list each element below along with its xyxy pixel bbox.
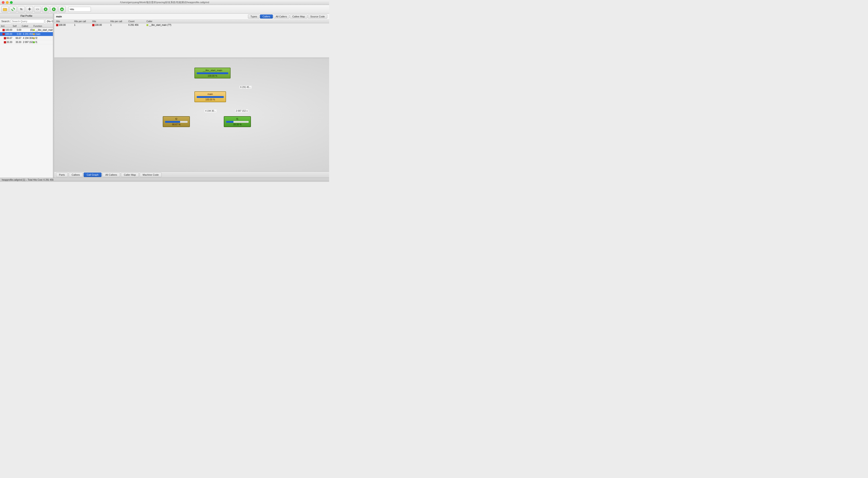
graph-node-f1[interactable]: f1 33.33 % <box>224 116 251 127</box>
diff-button[interactable]: <> <box>34 6 41 12</box>
row-func: __libc_start_main <box>33 29 53 31</box>
graph-node-f2[interactable]: f2 66.67 % <box>163 116 190 127</box>
callers-col-header-2: Hits <box>92 20 110 23</box>
row-incl: 33.33 <box>1 41 12 43</box>
func-color-icon <box>33 29 35 31</box>
tab-callee-map[interactable]: Callee Map <box>290 14 307 19</box>
callers-row[interactable]: 100.00 1 100.00 1 6 291 456 __libc_start… <box>54 23 329 27</box>
node-progress-bg <box>197 96 224 98</box>
caller-count: 6 291 456 <box>128 24 147 26</box>
graph-svg <box>54 59 122 92</box>
search-bar: Search: (No Grouping) <box>0 18 53 24</box>
node-progress-bg <box>226 121 249 123</box>
row-func: f1 <box>33 41 52 43</box>
row-called: (0) <box>21 29 33 31</box>
back-button[interactable] <box>42 6 49 12</box>
percent-button[interactable]: % <box>18 6 25 12</box>
main-layout: Flat Profile Search: (No Grouping) Incl.… <box>0 13 329 178</box>
forward-button[interactable] <box>50 6 57 12</box>
col-func-header: Function <box>33 25 52 27</box>
row-self: 66.67 <box>12 37 21 39</box>
edge-label-1: 4 194 30... <box>205 110 217 112</box>
graph-node-libc[interactable]: __libc_start_main 100.00 % <box>194 68 230 79</box>
minimize-button[interactable] <box>6 1 8 4</box>
table-row[interactable]: 33.33 33.33 2 097 152 f1 <box>0 40 53 44</box>
table-row[interactable]: 100.00 0.00 (0) __libc_start_main <box>0 28 53 32</box>
add-button[interactable]: ✚ <box>26 6 33 12</box>
caller-hpc: 1 <box>74 24 92 26</box>
node-label: __libc_start_main <box>197 69 228 72</box>
bottom-tab-bar[interactable]: PartsCalleesCall GraphAll CalleesCaller … <box>54 171 329 178</box>
node-progress-bar <box>226 121 234 123</box>
caller-name: __libc_start_main (??) <box>147 24 327 26</box>
node-pct: 66.67 % <box>165 123 188 126</box>
hits-selector-container[interactable]: Hits <box>68 7 91 12</box>
edge-label-0: 6 291 45... <box>240 86 252 89</box>
reload-button[interactable] <box>9 6 17 12</box>
callers-col-header-0: Hits <box>56 20 74 23</box>
tab-callers[interactable]: Callers <box>260 14 273 19</box>
bottom-section: __libc_start_main 100.00 % main 100.00 %… <box>54 59 329 178</box>
row-incl: 100.00 <box>1 33 12 35</box>
window-controls[interactable] <box>2 1 13 4</box>
row-called: 4 194 304 <box>21 37 33 39</box>
col-called-header: Called <box>22 25 33 27</box>
maximize-button[interactable] <box>10 1 13 4</box>
row-called: 6 291 456 <box>21 33 33 35</box>
node-pct: 100.00 % <box>197 74 228 77</box>
folder-button[interactable] <box>1 6 8 12</box>
node-pct: 100.00 % <box>197 98 224 101</box>
row-self: 0.00 <box>12 33 21 35</box>
col-self-header: Self <box>13 25 22 27</box>
status-bar: heapprofile.callgrind [1] – Total Hits C… <box>0 178 329 182</box>
search-input[interactable] <box>11 19 44 23</box>
close-button[interactable] <box>2 1 4 4</box>
node-label: f2 <box>165 118 188 120</box>
left-panel: Flat Profile Search: (No Grouping) Incl.… <box>0 13 53 178</box>
function-table: 100.00 0.00 (0) __libc_start_main 100.00… <box>0 28 53 178</box>
graph-node-main[interactable]: main 100.00 % <box>194 91 226 102</box>
bottom-tab-call-graph[interactable]: Call Graph <box>84 173 101 177</box>
status-text: heapprofile.callgrind [1] – Total Hits C… <box>2 179 54 181</box>
tab-types[interactable]: Types <box>248 14 259 19</box>
caller-hits2: 100.00 <box>92 24 110 26</box>
hits-select[interactable]: Hits <box>68 7 91 12</box>
bottom-tab-callees[interactable]: Callees <box>69 173 83 177</box>
bottom-tab-machine-code[interactable]: Machine Code <box>140 173 162 177</box>
top-tab-bar[interactable]: TypesCallersAll CallersCallee MapSource … <box>248 14 327 19</box>
callers-col-header-4: Count <box>128 20 147 23</box>
row-func: main <box>33 33 52 35</box>
row-self: 0.00 <box>12 29 21 31</box>
callers-table: 100.00 1 100.00 1 6 291 456 __libc_start… <box>54 23 329 27</box>
node-progress-bg <box>197 72 228 74</box>
table-row[interactable]: 66.67 66.67 4 194 304 f2 <box>0 36 53 40</box>
caller-func-color <box>147 24 148 26</box>
node-label: main <box>197 93 224 95</box>
node-progress-bg <box>165 121 188 123</box>
table-row[interactable]: 100.00 0.00 6 291 456 main <box>0 32 53 36</box>
top-header-row: main TypesCallersAll CallersCallee MapSo… <box>54 13 329 20</box>
node-progress-bar <box>197 96 224 98</box>
row-called: 2 097 152 <box>21 41 33 43</box>
graph-area: __libc_start_main 100.00 % main 100.00 %… <box>54 59 329 171</box>
caller-hpc2: 1 <box>110 24 128 26</box>
right-panel: main TypesCallersAll CallersCallee MapSo… <box>54 13 329 178</box>
bottom-tab-all-callees[interactable]: All Callees <box>102 173 120 177</box>
table-header: Incl. Self Called Function <box>0 24 53 28</box>
titlebar: /Users/gerryyang/Work/项目需求/pracing/好友系统/… <box>0 0 329 5</box>
up-button[interactable] <box>58 6 66 12</box>
flat-profile-header: Flat Profile <box>0 13 53 18</box>
row-self: 33.33 <box>12 41 21 43</box>
node-label: f1 <box>226 118 249 120</box>
bottom-tab-parts[interactable]: Parts <box>56 173 68 177</box>
section-title: main <box>56 15 246 18</box>
callers-col-header-3: Hits per call <box>110 20 128 23</box>
callers-col-header-1: Hits per call <box>74 20 92 23</box>
tab-all-callers[interactable]: All Callers <box>273 14 289 19</box>
search-label: Search: <box>1 20 10 23</box>
tab-source-code[interactable]: Source Code <box>308 14 327 19</box>
caller-color-icon2 <box>92 24 94 26</box>
col-incl-header: Incl. <box>1 25 13 27</box>
bottom-tab-caller-map[interactable]: Caller Map <box>121 173 139 177</box>
top-section: main TypesCallersAll CallersCallee MapSo… <box>54 13 329 58</box>
